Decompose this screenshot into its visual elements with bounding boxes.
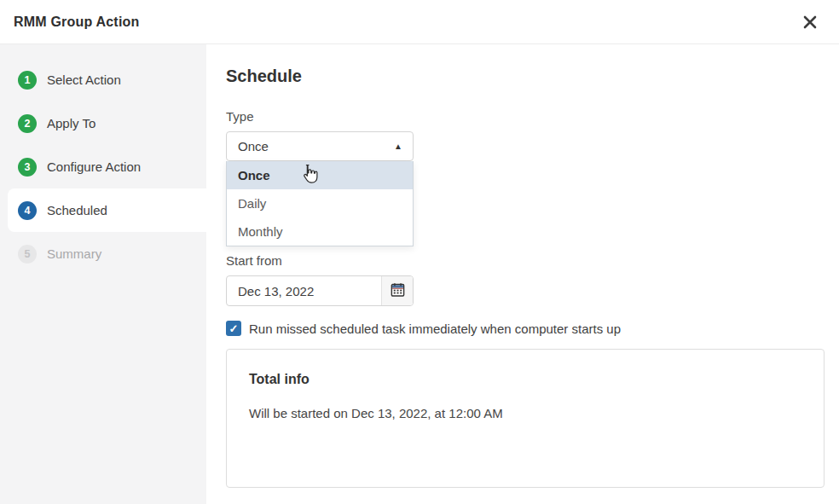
page-title: Schedule bbox=[226, 67, 825, 86]
step-number-badge: 3 bbox=[18, 158, 37, 177]
step-number-badge: 1 bbox=[18, 71, 37, 90]
checkmark-icon: ✓ bbox=[229, 323, 239, 334]
wizard-stepper: 1 Select Action 2 Apply To 3 Configure A… bbox=[0, 44, 206, 504]
run-missed-task-checkbox[interactable]: ✓ bbox=[226, 321, 241, 336]
total-info-box: Total info Will be started on Dec 13, 20… bbox=[226, 349, 825, 488]
close-icon bbox=[801, 14, 819, 31]
run-missed-task-row: ✓ Run missed scheduled task immediately … bbox=[226, 321, 825, 336]
step-label: Configure Action bbox=[47, 159, 141, 174]
step-label: Select Action bbox=[47, 72, 121, 87]
calendar-icon bbox=[390, 281, 406, 301]
schedule-panel: Schedule Type Once ▲ Once Daily Monthly … bbox=[206, 44, 839, 504]
type-dropdown-menu: Once Daily Monthly bbox=[226, 161, 414, 246]
step-label: Scheduled bbox=[47, 203, 107, 217]
dropdown-option-once[interactable]: Once bbox=[227, 161, 413, 189]
checkbox-label: Run missed scheduled task immediately wh… bbox=[249, 322, 621, 336]
step-scheduled[interactable]: 4 Scheduled bbox=[8, 188, 206, 232]
type-select-value: Once bbox=[238, 139, 269, 154]
dropdown-option-monthly[interactable]: Monthly bbox=[227, 217, 413, 246]
calendar-button[interactable] bbox=[381, 276, 413, 305]
step-apply-to[interactable]: 2 Apply To bbox=[0, 101, 206, 145]
modal-title: RMM Group Action bbox=[14, 14, 139, 30]
type-label: Type bbox=[226, 109, 825, 124]
chevron-up-icon: ▲ bbox=[394, 142, 402, 151]
step-label: Summary bbox=[47, 246, 101, 261]
step-configure-action[interactable]: 3 Configure Action bbox=[0, 145, 206, 188]
step-number-badge: 2 bbox=[18, 114, 37, 133]
step-select-action[interactable]: 1 Select Action bbox=[0, 58, 206, 101]
type-select[interactable]: Once ▲ bbox=[226, 131, 414, 161]
total-info-heading: Total info bbox=[249, 372, 801, 387]
step-number-badge: 4 bbox=[18, 201, 37, 220]
start-from-field: Dec 13, 2022 bbox=[226, 275, 414, 306]
modal-body: 1 Select Action 2 Apply To 3 Configure A… bbox=[0, 44, 839, 504]
modal-header: RMM Group Action bbox=[0, 0, 839, 44]
date-input[interactable]: Dec 13, 2022 bbox=[227, 276, 381, 305]
step-number-badge: 5 bbox=[18, 245, 37, 264]
start-from-label: Start from bbox=[226, 253, 825, 268]
close-button[interactable] bbox=[798, 10, 822, 34]
step-summary[interactable]: 5 Summary bbox=[0, 232, 206, 275]
step-label: Apply To bbox=[47, 116, 95, 130]
rmm-group-action-modal: RMM Group Action 1 Select Action 2 Apply… bbox=[0, 0, 839, 504]
total-info-text: Will be started on Dec 13, 2022, at 12:0… bbox=[249, 406, 801, 420]
dropdown-option-daily[interactable]: Daily bbox=[227, 189, 413, 217]
